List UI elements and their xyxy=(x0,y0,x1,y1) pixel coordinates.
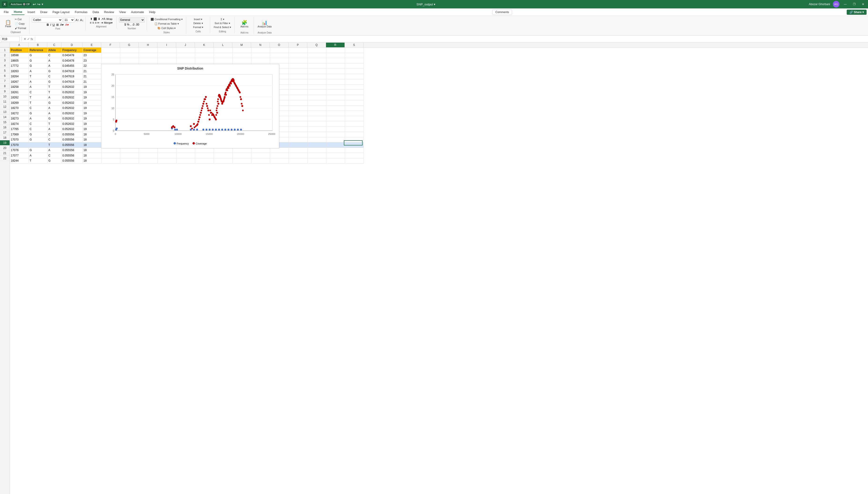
col-H[interactable]: H xyxy=(139,43,157,47)
cell-R12[interactable] xyxy=(326,106,345,111)
cell-Q4[interactable] xyxy=(307,63,326,69)
cell-R7[interactable] xyxy=(326,79,345,84)
cell-R13[interactable] xyxy=(326,111,345,116)
cell-A12[interactable]: 18270 xyxy=(10,106,28,111)
cell-B3[interactable]: G xyxy=(28,58,47,63)
cell-L21[interactable] xyxy=(214,153,232,158)
cell-D3[interactable]: 0.043478 xyxy=(61,58,82,63)
cell-Q1[interactable] xyxy=(307,48,326,53)
cell-Q9[interactable] xyxy=(307,90,326,95)
cell-Q11[interactable] xyxy=(307,100,326,106)
cell-E21[interactable]: 18 xyxy=(82,153,101,158)
cell-P2[interactable] xyxy=(289,53,307,58)
cell-A16[interactable]: 17765 xyxy=(10,127,28,132)
cell-L22[interactable] xyxy=(214,158,232,164)
cell-styles-btn[interactable]: 🎨 Cell Styles ▾ xyxy=(156,26,177,30)
align-top-btn[interactable]: ⬆ xyxy=(90,17,93,21)
cell-B15[interactable]: C xyxy=(28,121,47,127)
cell-P22[interactable] xyxy=(289,158,307,164)
cell-E20[interactable]: 18 xyxy=(82,148,101,153)
align-bottom-btn[interactable]: ⬇ xyxy=(98,17,100,21)
cell-Q6[interactable] xyxy=(307,74,326,79)
cell-O22[interactable] xyxy=(270,158,289,164)
menu-help[interactable]: Help xyxy=(147,10,158,15)
cell-F21[interactable] xyxy=(101,153,120,158)
cell-B16[interactable]: C xyxy=(28,127,47,132)
cell-E6[interactable]: 21 xyxy=(82,74,101,79)
cell-G1[interactable] xyxy=(120,48,139,53)
cell-S17[interactable] xyxy=(345,132,364,137)
cell-A9[interactable]: 18261 xyxy=(10,90,28,95)
cell-Q20[interactable] xyxy=(307,148,326,153)
cell-E12[interactable]: 19 xyxy=(82,106,101,111)
cell-E13[interactable]: 19 xyxy=(82,111,101,116)
cell-P10[interactable] xyxy=(289,95,307,100)
cell-A6[interactable]: 18264 xyxy=(10,74,28,79)
cell-H2[interactable] xyxy=(139,53,157,58)
cell-Q15[interactable] xyxy=(307,121,326,127)
cell-C8[interactable]: T xyxy=(47,84,61,90)
cell-R17[interactable] xyxy=(326,132,345,137)
cell-I21[interactable] xyxy=(157,153,176,158)
font-size-select[interactable]: 11 xyxy=(63,17,75,22)
cell-S15[interactable] xyxy=(345,121,364,127)
cell-B22[interactable]: T xyxy=(28,158,47,164)
cell-D10[interactable]: 0.052632 xyxy=(61,95,82,100)
cell-D18[interactable]: 0.055556 xyxy=(61,137,82,142)
wrap-text-btn[interactable]: Wrap xyxy=(106,18,112,20)
cell-D13[interactable]: 0.052632 xyxy=(61,111,82,116)
cell-H22[interactable] xyxy=(139,158,157,164)
cell-E4[interactable]: 22 xyxy=(82,63,101,69)
cell-E2[interactable]: 23 xyxy=(82,53,101,58)
cell-N22[interactable] xyxy=(251,158,270,164)
row-num-12[interactable]: 12 xyxy=(0,104,9,109)
cell-A2[interactable]: 18598 xyxy=(10,53,28,58)
percent-btn[interactable]: % xyxy=(127,23,130,26)
cell-A19[interactable]: 17070 xyxy=(10,142,28,148)
bold-btn[interactable]: B xyxy=(46,23,49,26)
comma-btn[interactable]: , xyxy=(130,23,131,26)
cell-D19[interactable]: 0.055556 xyxy=(61,142,82,148)
font-family-select[interactable]: Calibri xyxy=(32,17,62,22)
row-num-2[interactable]: 2 xyxy=(0,53,9,58)
cell-D6[interactable]: 0.047619 xyxy=(61,74,82,79)
cell-R3[interactable] xyxy=(326,58,345,63)
cell-reference-input[interactable] xyxy=(1,37,20,42)
cell-C12[interactable]: A xyxy=(47,106,61,111)
cell-Q8[interactable] xyxy=(307,84,326,90)
row-num-18[interactable]: 18 xyxy=(0,135,9,140)
cell-S11[interactable] xyxy=(345,100,364,106)
cell-E10[interactable]: 19 xyxy=(82,95,101,100)
cell-B7[interactable]: A xyxy=(28,79,47,84)
cell-M22[interactable] xyxy=(232,158,251,164)
cell-S7[interactable] xyxy=(345,79,364,84)
cell-G2[interactable] xyxy=(120,53,139,58)
cell-R8[interactable] xyxy=(326,84,345,90)
cell-A10[interactable]: 18262 xyxy=(10,95,28,100)
sum-btn[interactable]: Σ ▾ xyxy=(219,17,226,21)
cell-A20[interactable]: 17076 xyxy=(10,148,28,153)
cell-P17[interactable] xyxy=(289,132,307,137)
cell-C15[interactable]: T xyxy=(47,121,61,127)
find-select-btn[interactable]: Find & Select ▾ xyxy=(212,25,233,29)
conditional-formatting-btn[interactable]: ⬛ Conditional Formatting ▾ xyxy=(149,17,184,21)
redo-btn[interactable]: ↪ xyxy=(37,2,40,6)
row-num-9[interactable]: 9 xyxy=(0,89,9,94)
cell-B12[interactable]: C xyxy=(28,106,47,111)
cell-P21[interactable] xyxy=(289,153,307,158)
cell-R14[interactable] xyxy=(326,116,345,121)
align-right-btn[interactable]: ≡ xyxy=(95,21,96,24)
cell-K22[interactable] xyxy=(195,158,214,164)
cell-P16[interactable] xyxy=(289,127,307,132)
cell-Q2[interactable] xyxy=(307,53,326,58)
col-I[interactable]: I xyxy=(157,43,176,47)
col-B[interactable]: B xyxy=(28,43,47,47)
cell-A3[interactable]: 18605 xyxy=(10,58,28,63)
restore-btn[interactable]: ❐ xyxy=(851,1,857,7)
cell-A18[interactable]: 17070 xyxy=(10,137,28,142)
currency-btn[interactable]: $ xyxy=(124,23,126,26)
cell-I22[interactable] xyxy=(157,158,176,164)
cell-S12[interactable] xyxy=(345,106,364,111)
cell-D4[interactable]: 0.045455 xyxy=(61,63,82,69)
col-P[interactable]: P xyxy=(289,43,307,47)
